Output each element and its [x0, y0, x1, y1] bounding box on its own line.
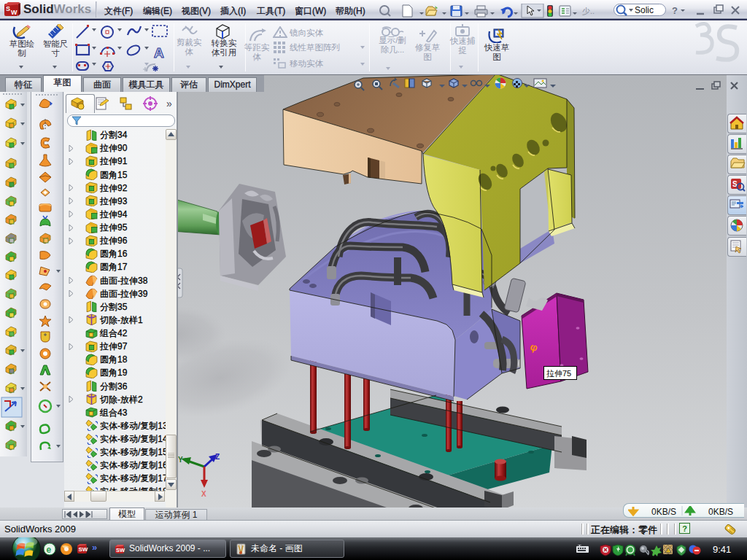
svg-text:SW: SW — [79, 546, 88, 553]
svg-text:A: A — [154, 45, 164, 61]
svg-text:e: e — [47, 545, 52, 555]
svg-text:拉伸75: 拉伸75 — [546, 369, 571, 378]
svg-text:Y: Y — [178, 456, 183, 464]
svg-text:!: ! — [667, 549, 668, 553]
svg-text:»: » — [92, 543, 97, 553]
svg-text:Solic: Solic — [635, 5, 654, 15]
svg-text:0KB/S: 0KB/S — [708, 507, 733, 516]
svg-text:Z: Z — [215, 453, 220, 461]
svg-text:?: ? — [672, 5, 678, 16]
svg-text:少..: 少.. — [582, 7, 595, 15]
svg-text:X: X — [201, 490, 206, 498]
svg-text:0KB/S: 0KB/S — [651, 507, 676, 516]
svg-text:S: S — [6, 5, 10, 12]
svg-text:W: W — [11, 9, 18, 16]
svg-text:SW: SW — [116, 547, 125, 553]
